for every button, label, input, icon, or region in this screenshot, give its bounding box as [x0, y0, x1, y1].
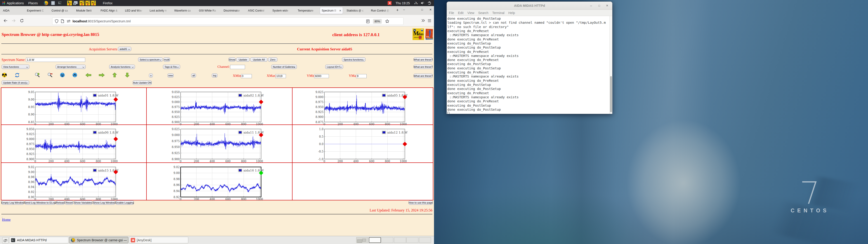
spectra-functions-dropdown[interactable]: Spectra functions — [342, 57, 366, 62]
screenshot-launcher-icon[interactable] — [73, 1, 78, 5]
midas-launcher-icon[interactable]: Midas — [67, 1, 72, 5]
terminal-menu-search[interactable]: Search — [478, 11, 488, 15]
browser-tab[interactable]: Run Control @ — [371, 7, 391, 14]
move-up-icon[interactable] — [112, 72, 117, 78]
browser-tab[interactable]: Statistics @ c — [346, 7, 366, 14]
terminal-menu-terminal[interactable]: Terminal — [492, 11, 504, 15]
forward-button[interactable] — [10, 17, 17, 24]
terminal-minimize-button[interactable]: − — [589, 2, 593, 10]
radioactive-icon[interactable] — [2, 73, 7, 77]
taskbar-window-button[interactable]: [AnyDesk] — [129, 237, 188, 243]
taskbar-window-button[interactable]: AIDA MIDAS HTTPd — [9, 237, 68, 243]
terminal-output[interactable]: done executing do_PostSetuploading Spect… — [447, 16, 612, 114]
file-manager-launcher-icon[interactable] — [51, 1, 55, 5]
permissions-icon[interactable] — [67, 20, 70, 23]
midas-launcher-icon[interactable]: Midas — [91, 1, 96, 5]
enable-logging-button[interactable]: Enable Logging — [116, 201, 134, 205]
spectrum-plot-aida11[interactable]: 8.9008.9258.9508.9759.0009.0250200400600… — [172, 126, 265, 164]
url-text[interactable]: localhost:8015/Spectrum/Spectrum.tml — [72, 20, 131, 23]
places-menu[interactable]: Places — [28, 1, 38, 5]
workspace-4[interactable] — [394, 237, 406, 243]
multi-button[interactable]: multi — [163, 57, 170, 62]
tcl-logo[interactable]: POWEREDTCL — [425, 29, 433, 40]
terminal-scrollbar-thumb[interactable] — [610, 76, 612, 112]
new-tab-button[interactable]: + — [396, 8, 399, 13]
page-info-icon[interactable] — [61, 19, 64, 23]
spectrum-plot-aida02[interactable]: 8.9008.9258.9508.9759.0009.0259.05002004… — [172, 89, 265, 127]
url-bar[interactable]: localhost:8015/Spectrum/Spectrum.tml 80% — [52, 18, 403, 25]
log-button[interactable]: log — [212, 73, 217, 78]
reader-mode-icon[interactable] — [366, 20, 370, 23]
spectrum-plot-aida12[interactable]: -1.0-0.50.00.51.002004006008001000aida12… — [315, 126, 408, 164]
hamburger-menu-icon[interactable] — [426, 17, 433, 24]
auto-update-button[interactable]: Auto Update ON — [133, 81, 152, 85]
focused-app-name[interactable]: Firefox — [103, 1, 113, 5]
browser-tab-active[interactable]: Spectrum B× — [320, 7, 343, 14]
anydesk-tray-icon[interactable] — [388, 1, 392, 5]
what-are-these-button[interactable]: What are these? — [414, 65, 433, 69]
acquisition-server-select[interactable]: aida05 — [118, 47, 131, 51]
terminal-menu-help[interactable]: Help — [508, 11, 515, 15]
all-button[interactable]: all — [191, 73, 196, 78]
browser-tab[interactable]: Experiment C — [27, 7, 47, 14]
home-link[interactable]: Home — [2, 218, 11, 222]
x-button[interactable]: x — [149, 73, 153, 78]
panel-clock[interactable]: Thu 19:25 — [396, 1, 410, 5]
window-close-button[interactable]: × — [430, 8, 432, 12]
terminal-close-button[interactable]: × — [605, 2, 610, 10]
analysis-functions-dropdown[interactable]: Analysis functions — [109, 65, 135, 69]
empty-log-window-button[interactable]: Empty Log Window — [1, 201, 24, 205]
zoom-level-button[interactable]: 80% — [373, 19, 382, 24]
layout-id-dropdown[interactable]: Layout ID=7 — [325, 65, 343, 69]
channel-input[interactable] — [230, 65, 245, 69]
update-all-button[interactable]: Update All — [250, 57, 268, 62]
workspace-5[interactable] — [406, 237, 418, 243]
view-functions-dropdown[interactable]: View functions — [2, 65, 29, 69]
browser-tab[interactable]: Control @ ca — [52, 7, 71, 14]
browser-tab[interactable]: Lost activity n — [150, 7, 169, 14]
gnome-menu-icon[interactable] — [2, 1, 6, 5]
terminal-launcher-icon[interactable] — [57, 1, 62, 5]
zoom-in-icon[interactable] — [35, 72, 40, 78]
midas-launcher-icon[interactable]: Midas — [80, 1, 84, 5]
zoom-out-icon[interactable] — [47, 72, 53, 78]
midas-launcher-icon[interactable]: Midas — [86, 1, 90, 5]
bookmark-star-icon[interactable] — [385, 19, 389, 23]
browser-tab[interactable]: Temperature — [298, 7, 318, 14]
window-minimize-button[interactable]: − — [403, 8, 405, 11]
update-button[interactable]: Update — [236, 57, 250, 62]
back-button[interactable] — [2, 17, 9, 24]
show-log-window-button[interactable]: Show Log Window — [93, 201, 115, 205]
spectrum-plot-aida15[interactable]: 8.908.928.948.968.989.009.02020040060080… — [26, 163, 119, 202]
spectrum-name-input[interactable]: 1.8.W — [26, 58, 85, 62]
shrink-y-icon[interactable] — [60, 72, 65, 78]
browser-tab[interactable]: Module Setti — [76, 7, 96, 14]
tab-close-icon[interactable]: × — [339, 9, 341, 12]
browser-tab[interactable]: Waveform ca — [174, 7, 194, 14]
window-maximize-button[interactable]: □ — [421, 8, 423, 11]
power-icon[interactable] — [428, 1, 431, 5]
spectrum-plot-aida16[interactable]: 8.928.948.968.989.009.020200400600800100… — [172, 163, 265, 202]
zero-button[interactable]: Zero — [268, 57, 277, 62]
spectrum-plot-aida06[interactable]: 8.9008.9258.9508.9759.0009.0259.05002004… — [26, 126, 119, 164]
send-log-window-to-elog-button[interactable]: Send Log Window to ELog — [25, 201, 55, 205]
xmin-input[interactable]: 0 — [241, 74, 252, 78]
ymax-input[interactable]: 9 — [356, 74, 367, 78]
terminal-titlebar[interactable]: AIDA MIDAS HTTPd — [447, 2, 612, 10]
shield-icon[interactable] — [55, 19, 59, 23]
workspace-3[interactable] — [381, 237, 393, 243]
midas-logo[interactable]: Midaspowered byPOWER — [412, 28, 424, 40]
show-button[interactable]: Show — [228, 57, 236, 62]
arrange-functions-dropdown[interactable]: Arrange functions — [56, 65, 86, 69]
browser-tab[interactable]: GSI White Ra — [199, 7, 219, 14]
spectrum-plot-aida01[interactable]: 8.858.908.959.009.0502004006008001000aid… — [26, 89, 119, 127]
reload-button[interactable] — [18, 17, 25, 24]
number-of-galleries-dropdown[interactable]: Number of Galleries — [271, 65, 297, 69]
what-are-these-button[interactable]: What are these? — [414, 57, 433, 62]
terminal-menu-view[interactable]: View — [467, 11, 474, 15]
show-variables-button[interactable]: Show Variables — [74, 201, 92, 205]
workspace-6[interactable] — [419, 237, 431, 243]
reload-button[interactable]: Reload — [56, 201, 65, 205]
spectrum-plot-aida05[interactable]: 8.8758.9008.9258.9508.9759.0009.02502004… — [315, 89, 408, 127]
update-rate-dropdown[interactable]: Update Rate (4 secs) — [2, 81, 29, 85]
